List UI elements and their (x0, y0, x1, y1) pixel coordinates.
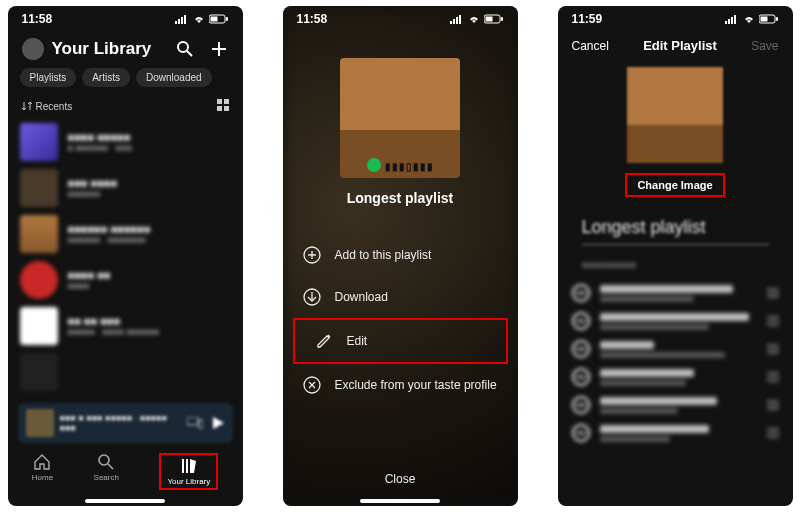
menu-label: Edit (347, 334, 368, 348)
svg-line-8 (187, 51, 192, 56)
play-icon[interactable] (211, 416, 225, 430)
search-icon[interactable] (175, 39, 195, 59)
list-item[interactable]: ■■■■ ■■■■■■ ■■■■■■ · ■■■ (20, 119, 231, 165)
drag-handle-icon[interactable] (767, 400, 779, 410)
close-button[interactable]: Close (283, 460, 518, 498)
chip-artists[interactable]: Artists (82, 68, 130, 87)
track-row[interactable] (572, 396, 779, 414)
playlist-name-input[interactable]: Longest playlist (582, 217, 769, 245)
drag-handle-icon[interactable] (767, 428, 779, 438)
home-indicator (360, 499, 440, 503)
status-time: 11:59 (572, 12, 603, 26)
drag-handle-icon[interactable] (767, 344, 779, 354)
track-row[interactable] (572, 312, 779, 330)
remove-track-button[interactable] (572, 312, 590, 330)
library-icon (180, 457, 198, 475)
close-circle-icon (303, 376, 321, 394)
track-row[interactable] (572, 284, 779, 302)
page-title: Edit Playlist (643, 38, 717, 53)
menu-label: Add to this playlist (335, 248, 432, 262)
list-item[interactable]: ■■■■■■ ■■■■■■■■■■■■ · ■■■■■■■ (20, 211, 231, 257)
svg-rect-0 (175, 21, 177, 24)
svg-rect-38 (725, 21, 727, 24)
search-nav-icon (97, 453, 115, 471)
chip-playlists[interactable]: Playlists (20, 68, 77, 87)
svg-rect-14 (224, 106, 229, 111)
drag-handle-icon[interactable] (767, 316, 779, 326)
list-item[interactable]: ■■■■ ■■■■■■ (20, 257, 231, 303)
svg-rect-16 (199, 420, 203, 429)
save-button[interactable]: Save (751, 39, 778, 53)
svg-marker-22 (190, 459, 196, 473)
home-indicator (85, 499, 165, 503)
remove-track-button[interactable] (572, 368, 590, 386)
plus-circle-icon (303, 246, 321, 264)
add-icon[interactable] (209, 39, 229, 59)
playlist-title: Longest playlist (347, 190, 454, 206)
sort-button[interactable]: Recents (22, 101, 73, 112)
svg-rect-44 (776, 17, 778, 21)
status-bar: 11:59 (558, 6, 793, 28)
track-row[interactable] (572, 368, 779, 386)
wifi-icon (742, 14, 756, 24)
signal-icon (725, 14, 739, 24)
svg-rect-23 (450, 21, 452, 24)
svg-rect-15 (187, 417, 198, 425)
track-row[interactable] (572, 424, 779, 442)
status-time: 11:58 (22, 12, 53, 26)
menu-edit[interactable]: Edit (293, 318, 508, 364)
avatar[interactable] (22, 38, 44, 60)
track-row[interactable] (572, 340, 779, 358)
now-playing-bar[interactable]: ■■■ ■ ■■■ ■■■■■ · ■■■■■ ■■■ (18, 403, 233, 443)
screen-edit-playlist: 11:59 Cancel Edit Playlist Save Change I… (558, 6, 793, 506)
nav-home-label: Home (32, 473, 53, 482)
svg-rect-20 (182, 459, 184, 473)
status-bar: 11:58 (283, 6, 518, 28)
drag-handle-icon[interactable] (767, 288, 779, 298)
svg-rect-39 (728, 19, 730, 24)
nav-search[interactable]: Search (94, 453, 119, 490)
spotify-logo-icon (367, 158, 381, 172)
svg-rect-2 (181, 17, 183, 24)
list-item[interactable]: ■■■ ■■■■■■■■■■ (20, 165, 231, 211)
menu-add-to-playlist[interactable]: Add to this playlist (283, 234, 518, 276)
remove-track-button[interactable] (572, 396, 590, 414)
svg-line-19 (108, 464, 113, 469)
svg-rect-24 (453, 19, 455, 24)
nav-home[interactable]: Home (32, 453, 53, 490)
list-item[interactable] (20, 349, 231, 395)
status-indicators (175, 14, 229, 24)
wifi-icon (467, 14, 481, 24)
svg-rect-5 (210, 17, 217, 22)
devices-icon[interactable] (187, 417, 203, 429)
svg-rect-13 (217, 106, 222, 111)
menu-exclude[interactable]: Exclude from your taste profile (283, 364, 518, 406)
grid-toggle-icon[interactable] (217, 99, 229, 113)
sort-label: Recents (36, 101, 73, 112)
svg-rect-25 (456, 17, 458, 24)
change-image-button[interactable]: Change Image (625, 173, 724, 197)
battery-icon (209, 14, 229, 24)
edit-header: Cancel Edit Playlist Save (558, 28, 793, 63)
remove-track-button[interactable] (572, 284, 590, 302)
svg-rect-40 (731, 17, 733, 24)
chip-downloaded[interactable]: Downloaded (136, 68, 212, 87)
library-list[interactable]: ■■■■ ■■■■■■ ■■■■■■ · ■■■ ■■■ ■■■■■■■■■■ … (8, 119, 243, 397)
page-title: Your Library (52, 39, 167, 59)
bottom-nav: Home Search Your Library (8, 447, 243, 498)
filter-chips: Playlists Artists Downloaded (8, 68, 243, 95)
playlist-cover[interactable] (627, 67, 723, 163)
remove-track-button[interactable] (572, 340, 590, 358)
track-list[interactable] (558, 284, 793, 442)
list-item[interactable]: ■■ ■■ ■■■■■■■■ · ■■■■ ■■■■■■ (20, 303, 231, 349)
svg-rect-43 (760, 17, 767, 22)
drag-handle-icon[interactable] (767, 372, 779, 382)
menu-download[interactable]: Download (283, 276, 518, 318)
playlist-description-input[interactable]: ■■■■■■■■■ (582, 259, 769, 270)
remove-track-button[interactable] (572, 424, 590, 442)
now-playing-text: ■■■ ■ ■■■ ■■■■■ · ■■■■■ ■■■ (60, 413, 181, 433)
svg-rect-21 (186, 459, 188, 473)
menu-label: Download (335, 290, 388, 304)
nav-library[interactable]: Your Library (159, 453, 218, 490)
cancel-button[interactable]: Cancel (572, 39, 609, 53)
